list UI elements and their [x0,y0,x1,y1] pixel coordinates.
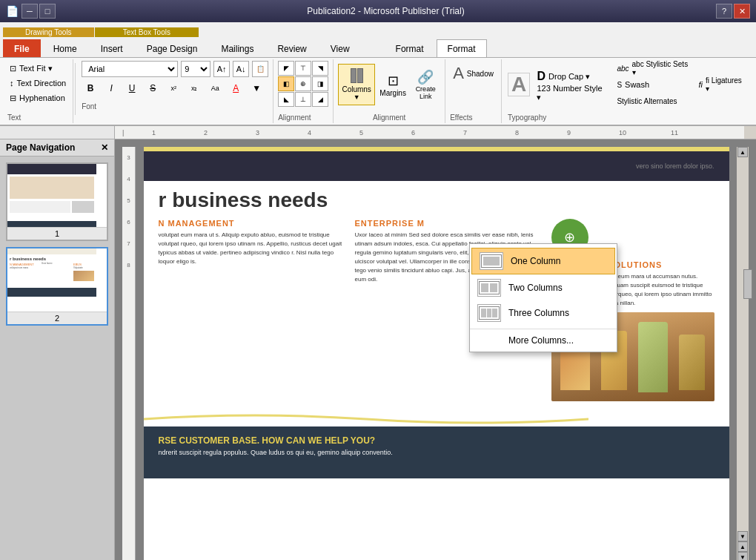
one-column-icon [480,252,503,270]
align-right-mid[interactable]: ◨ [312,76,328,91]
col-section-label: Alignment [373,112,405,122]
superscript-btn[interactable]: x² [165,80,182,96]
hyphenation-icon: ⊟ [10,93,16,103]
two-columns-icon [477,279,501,297]
minimize-btn[interactable]: ─ [21,4,38,19]
columns-btn[interactable]: Columns ▼ [338,64,375,105]
window-title: Publication2 - Microsoft Publisher (Tria… [56,6,716,16]
canvas-area[interactable]: 345678 vero sino lorem dolor ipso. r bus… [115,139,756,560]
v-scrollbar[interactable]: ▲ ▼ ▲ ▼ [737,147,749,560]
ruler-vertical: 345678 [122,147,136,560]
shadow-btn[interactable]: A Shadow [450,61,497,86]
align-left-bot[interactable]: ◣ [278,92,294,107]
tab-insert[interactable]: Insert [90,39,134,57]
tab-mailings[interactable]: Mailings [210,39,265,57]
tab-view[interactable]: View [319,39,361,57]
thumb2-content: r business needs N MANAGEMENT volutpat e… [7,248,96,312]
tab-file[interactable]: File [3,39,41,57]
scroll-thumb[interactable] [743,269,752,299]
page-thumb-2[interactable]: r business needs N MANAGEMENT volutpat e… [6,247,108,326]
page-navigation-panel: Page Navigation ✕ [0,139,115,560]
ligatures-btn[interactable]: fi fi Ligatures ▾ [696,77,747,92]
bottom-heading: RSE CUSTOMER BASE. HOW CAN WE HELP YOU? [159,435,714,446]
columns-dropdown: One Column Two Columns Three Columns [469,243,617,352]
bottom-sub: ndrerit suscipit regula populus. Quae lu… [159,449,714,456]
font-section-label: Font [82,101,268,111]
three-columns-icon [477,304,501,322]
help-btn[interactable]: ? [716,4,732,19]
dropdown-two-columns[interactable]: Two Columns [470,275,617,300]
management-heading: N MANAGEMENT [159,219,348,228]
align-right-bot[interactable]: ◢ [312,92,328,107]
content-col1: N MANAGEMENT volutpat eum mara ut s. Ali… [159,219,348,401]
scroll-down-btn[interactable]: ▼ [737,531,748,541]
thumb2-preview: r business needs N MANAGEMENT volutpat e… [7,248,96,312]
clear-format-btn[interactable]: Aa [206,80,224,96]
scroll-extra1[interactable]: ▲ [737,541,748,552]
drop-cap-btn[interactable]: D Drop Cap ▾ [534,69,607,84]
align-btns-group: ◤ ⊤ ◥ ◧ ⊕ ◨ ◣ ⊥ ◢ [278,61,328,107]
page-thumbnails: 1 r business needs N MANAGEMENT volutpat… [0,157,114,560]
subscript-btn[interactable]: x₂ [185,80,203,96]
scroll-up-btn[interactable]: ▲ [737,147,748,157]
header-lorem: vero sino lorem dolor ipso. [636,162,714,170]
highlight-btn[interactable]: ▼ [248,80,265,96]
page-nav-header: Page Navigation ✕ [0,139,114,157]
align-left-mid[interactable]: ◧ [278,76,294,91]
effects-label: Effects [450,112,497,122]
font-color-btn[interactable]: A [227,80,245,96]
font-name-select[interactable]: Arial [82,61,178,77]
close-btn[interactable]: ✕ [734,4,750,19]
alignment-label: Alignment [278,112,328,122]
ruler-corner [0,126,115,139]
font-size-select[interactable]: 9 [181,61,210,77]
text-direction-btn[interactable]: ↕ Text Direction [7,76,68,90]
align-left-top[interactable]: ◤ [278,61,294,76]
dropdown-separator [470,329,617,329]
number-style-btn[interactable]: 123 Number Style ▾ [534,85,607,100]
text-section: ⊡ Text Fit ▾ ↕ Text Direction ⊟ Hyphenat… [3,59,73,123]
align-center-bot[interactable]: ⊥ [295,92,311,107]
underline-btn[interactable]: U [123,80,141,96]
dropdown-one-column[interactable]: One Column [471,248,615,274]
page-thumb-1-num: 1 [7,227,107,240]
align-center-mid[interactable]: ⊕ [295,76,311,91]
drawing-tools-group-label: Drawing Tools [3,27,94,37]
page-canvas: vero sino lorem dolor ipso. r business n… [144,147,729,560]
title-bar: 📄 ─ □ Publication2 - Microsoft Publisher… [0,0,756,22]
page-thumb-1[interactable]: 1 [6,162,108,241]
text-section-label: Text [7,112,68,122]
strikethrough-btn[interactable]: S [144,80,162,96]
scroll-extra2[interactable]: ▼ [737,552,748,560]
italic-btn[interactable]: I [102,80,120,96]
tab-review[interactable]: Review [266,39,317,57]
ruler-horizontal: | 1 2 3 4 5 6 7 8 9 10 11 [115,126,744,139]
stylistic-alternates-btn[interactable]: Stylistic Alternates [614,93,692,108]
bold-btn[interactable]: B [82,80,99,96]
font-copy-btn[interactable]: 📋 [252,61,268,77]
more-columns-btn[interactable]: More Columns... [470,332,617,349]
align-right-top[interactable]: ◥ [312,61,328,76]
font-grow-btn[interactable]: A↑ [213,61,230,77]
font-shrink-btn[interactable]: A↓ [233,61,249,77]
page-nav-close-btn[interactable]: ✕ [101,142,108,153]
align-center-top[interactable]: ⊤ [295,61,311,76]
page-thumb-2-num: 2 [7,312,107,324]
hyphenation-btn[interactable]: ⊟ Hyphenation [7,90,68,105]
ruler-end [744,126,756,139]
dropdown-three-columns[interactable]: Three Columns [470,300,617,326]
decorative-curve [144,412,588,426]
text-fit-icon: ⊡ [10,64,16,73]
text-fit-btn[interactable]: ⊡ Text Fit ▾ [7,61,68,76]
margins-btn[interactable]: ⊡ Margins [378,64,408,105]
swash-btn[interactable]: S Swash [614,77,692,92]
divider1 [75,63,76,115]
tab-format-textbox[interactable]: Format [437,39,487,57]
tab-format-drawing[interactable]: Format [385,39,435,57]
tab-page-design[interactable]: Page Design [136,39,209,57]
restore-btn[interactable]: □ [39,4,56,19]
business-heading: r business needs [144,181,729,216]
tab-home[interactable]: Home [42,39,88,57]
create-link-btn[interactable]: 🔗 Create Link [411,64,440,105]
stylistic-sets-btn[interactable]: abc abc Stylistic Sets ▾ [614,61,692,76]
